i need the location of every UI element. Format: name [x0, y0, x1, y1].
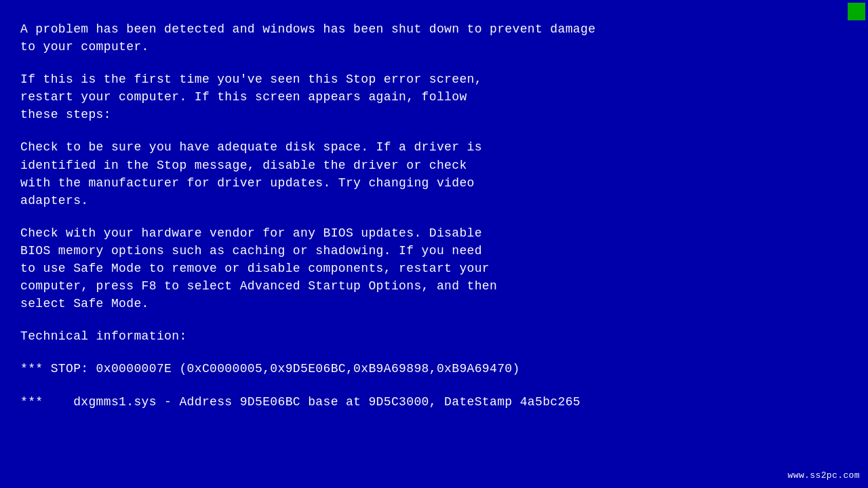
corner-icon	[848, 3, 865, 20]
line: computer, press F8 to select Advanced St…	[20, 277, 848, 295]
driver-line: *** dxgmms1.sys - Address 9D5E06BC base …	[20, 393, 848, 411]
line: select Safe Mode.	[20, 295, 848, 312]
line: If this is the first time you've seen th…	[20, 70, 848, 88]
line: to your computer.	[20, 38, 848, 56]
line: to use Safe Mode to remove or disable co…	[20, 260, 848, 277]
line: A problem has been detected and windows …	[20, 20, 848, 38]
line: Check to be sure you have adequate disk …	[20, 138, 848, 156]
watermark: www.ss2pc.com	[788, 470, 861, 483]
line: BIOS memory options such as caching or s…	[20, 242, 848, 260]
paragraph-4: Check with your hardware vendor for any …	[20, 224, 848, 312]
paragraph-2: If this is the first time you've seen th…	[20, 70, 848, 123]
line: with the manufacturer for driver updates…	[20, 174, 848, 192]
line: Check with your hardware vendor for any …	[20, 224, 848, 242]
line: these steps:	[20, 106, 848, 123]
paragraph-1: A problem has been detected and windows …	[20, 20, 848, 56]
line: Technical information:	[20, 327, 848, 345]
line: identified in the Stop message, disable …	[20, 157, 848, 174]
stop-code-line: *** STOP: 0x0000007E (0xC0000005,0x9D5E0…	[20, 360, 848, 378]
paragraph-3: Check to be sure you have adequate disk …	[20, 138, 848, 209]
line: adapters.	[20, 192, 848, 209]
paragraph-7: *** dxgmms1.sys - Address 9D5E06BC base …	[20, 393, 848, 411]
paragraph-6: *** STOP: 0x0000007E (0xC0000005,0x9D5E0…	[20, 360, 848, 378]
bsod-screen: A problem has been detected and windows …	[0, 0, 868, 488]
line: restart your computer. If this screen ap…	[20, 88, 848, 106]
paragraph-5: Technical information:	[20, 327, 848, 345]
